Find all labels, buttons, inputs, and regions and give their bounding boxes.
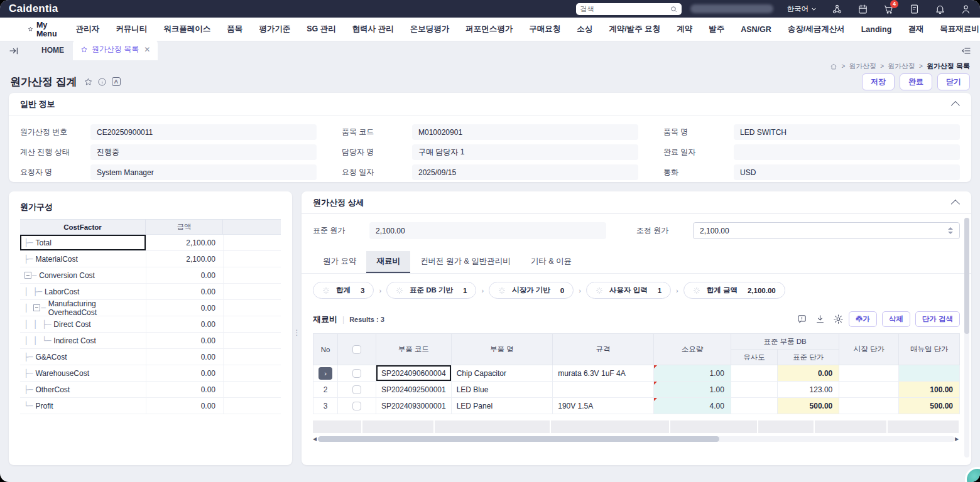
manager-name-field[interactable]: 구매 담당자 1 bbox=[412, 144, 638, 160]
menu-item[interactable]: 계약/발주 요청 bbox=[609, 24, 660, 35]
market-price-cell[interactable] bbox=[839, 398, 899, 414]
cost-tree-row[interactable]: MaterialCost 2,100.00 bbox=[20, 251, 281, 267]
gear-icon[interactable] bbox=[833, 314, 844, 324]
bell-icon[interactable] bbox=[935, 4, 945, 14]
menu-item[interactable]: 소싱 bbox=[577, 24, 592, 35]
tab-close-icon[interactable]: ✕ bbox=[144, 45, 150, 54]
item-name-field[interactable]: LED SWITCH bbox=[734, 124, 960, 140]
menu-item[interactable]: 목표재료비 bbox=[940, 24, 979, 35]
tab-active[interactable]: 원가산정 목록 ✕ bbox=[73, 39, 158, 60]
similarity-cell[interactable] bbox=[731, 382, 777, 398]
col-header-std-db-group[interactable]: 표준 부품 DB bbox=[731, 334, 839, 350]
spec-cell[interactable]: murata 6.3V 1uF 4A bbox=[553, 365, 654, 382]
delete-row-button[interactable]: 삭제 bbox=[882, 311, 910, 327]
menu-item[interactable]: SG 관리 bbox=[307, 24, 336, 35]
language-selector[interactable]: 한국어 bbox=[787, 4, 817, 14]
col-header-manual-price[interactable]: 매뉴얼 단가 bbox=[899, 334, 960, 365]
col-header-checkbox[interactable] bbox=[338, 334, 376, 365]
complete-button[interactable]: 완료 bbox=[900, 73, 932, 90]
menu-item[interactable]: 송장/세금계산서 bbox=[788, 24, 845, 35]
tab-cost-summary[interactable]: 원가 요약 bbox=[313, 251, 366, 273]
pill-std-db[interactable]: 표준 DB 기반 1 bbox=[386, 282, 476, 299]
spec-cell[interactable]: 190V 1.5A bbox=[553, 398, 654, 414]
scrollbar-thumb[interactable] bbox=[964, 218, 969, 334]
scroll-left-arrow[interactable]: ◀ bbox=[313, 436, 318, 442]
cart-icon[interactable]: 4 bbox=[883, 4, 894, 14]
favorite-star-icon[interactable] bbox=[84, 77, 94, 87]
std-price-cell[interactable]: 123.00 bbox=[777, 382, 839, 398]
note-icon[interactable] bbox=[909, 4, 920, 14]
col-header-no[interactable]: No bbox=[313, 334, 338, 365]
menu-item[interactable]: 계약 bbox=[677, 24, 692, 35]
qty-cell[interactable]: 4.00 bbox=[653, 398, 731, 414]
cost-tree-row[interactable]: Profit 0.00 bbox=[20, 398, 281, 414]
tab-home[interactable]: HOME bbox=[33, 41, 73, 60]
home-icon[interactable] bbox=[830, 63, 837, 70]
cost-tree-row[interactable]: OtherCost 0.00 bbox=[20, 382, 281, 398]
part-name-cell[interactable]: Chip Capacitor bbox=[451, 365, 553, 382]
horizontal-scrollbar[interactable]: ◀ ▶ bbox=[313, 436, 960, 442]
menu-item[interactable]: 품목 bbox=[227, 24, 242, 35]
col-header-similarity[interactable]: 유사도 bbox=[731, 350, 777, 365]
cost-tree-row[interactable]: LaborCost 0.00 bbox=[20, 284, 281, 300]
cost-tree-row[interactable]: Indirect Cost 0.00 bbox=[20, 333, 281, 349]
breadcrumb-item[interactable]: 원가산정 bbox=[888, 62, 915, 71]
standard-cost-field[interactable]: 2,100.00 bbox=[369, 222, 606, 239]
qty-cell[interactable]: 1.00 bbox=[653, 365, 731, 382]
scroll-right-arrow[interactable]: ▶ bbox=[955, 436, 960, 442]
scrollbar-thumb[interactable] bbox=[318, 436, 719, 442]
row-expand-button[interactable]: › bbox=[318, 367, 332, 380]
tree-collapse-icon[interactable] bbox=[33, 304, 40, 311]
col-header-spec[interactable]: 규격 bbox=[553, 334, 654, 365]
col-header-std-price[interactable]: 표준 단가 bbox=[777, 350, 839, 365]
number-stepper[interactable] bbox=[948, 227, 953, 234]
brand-logo[interactable]: Caidentia bbox=[9, 3, 58, 15]
menu-item[interactable]: ASN/GR bbox=[741, 25, 771, 34]
row-checkbox[interactable] bbox=[352, 402, 361, 410]
scrollbar-track[interactable] bbox=[318, 436, 955, 442]
market-price-cell[interactable] bbox=[839, 382, 899, 398]
part-name-cell[interactable]: LED Panel bbox=[451, 398, 553, 414]
col-header-part-name[interactable]: 부품 명 bbox=[451, 334, 553, 365]
add-row-button[interactable]: 추가 bbox=[849, 311, 877, 327]
material-row[interactable]: 2 SP2024092500001 LED Blue 1.00 123.00 1… bbox=[313, 382, 960, 398]
close-button[interactable]: 닫기 bbox=[937, 73, 970, 90]
menu-item[interactable]: 퍼포먼스평가 bbox=[466, 24, 513, 35]
tab-conversion-cost[interactable]: 컨버전 원가 & 일반관리비 bbox=[410, 251, 521, 273]
similarity-cell[interactable] bbox=[731, 398, 777, 414]
col-header-market-price[interactable]: 시장 단가 bbox=[839, 334, 899, 365]
material-row[interactable]: › SP2024090600004 Chip Capacitor murata … bbox=[313, 365, 960, 382]
global-search[interactable] bbox=[576, 3, 682, 15]
complete-date-field[interactable] bbox=[734, 144, 960, 160]
spec-cell[interactable] bbox=[553, 382, 654, 398]
requester-name-field[interactable]: System Manager bbox=[90, 164, 317, 180]
menu-item[interactable]: 평가기준 bbox=[259, 24, 290, 35]
collapse-section-icon[interactable] bbox=[951, 200, 960, 208]
pill-user-input[interactable]: 사용자 입력 1 bbox=[586, 282, 671, 299]
expand-panel-icon[interactable] bbox=[9, 46, 19, 56]
pill-total-amount[interactable]: 합계 금액 2,100.00 bbox=[683, 282, 785, 299]
collapse-tabs-icon[interactable] bbox=[961, 46, 971, 56]
price-search-button[interactable]: 단가 검색 bbox=[915, 311, 960, 327]
menu-item[interactable]: 관리자 bbox=[76, 24, 100, 35]
save-button[interactable]: 저장 bbox=[862, 73, 895, 90]
user-icon[interactable] bbox=[961, 4, 971, 14]
comment-icon[interactable] bbox=[797, 314, 807, 324]
item-code-field[interactable]: M010020901 bbox=[412, 124, 638, 140]
std-price-cell[interactable]: 500.00 bbox=[777, 398, 839, 414]
my-menu[interactable]: My Menu bbox=[28, 21, 60, 38]
menu-item[interactable]: 결재 bbox=[908, 24, 923, 35]
manual-price-cell[interactable]: 100.00 bbox=[899, 382, 960, 398]
info-icon[interactable] bbox=[97, 77, 107, 87]
col-header-qty[interactable]: 소요량 bbox=[653, 334, 731, 365]
memo-icon[interactable]: A bbox=[111, 77, 121, 87]
market-price-cell[interactable] bbox=[839, 365, 899, 382]
column-header-amount[interactable]: 금액 bbox=[146, 220, 223, 234]
vertical-scrollbar[interactable] bbox=[964, 218, 969, 458]
cost-tree-row[interactable]: G&ACost 0.00 bbox=[20, 349, 281, 365]
part-code-cell[interactable]: SP2024090600004 bbox=[376, 365, 451, 382]
std-price-cell[interactable]: 0.00 bbox=[777, 365, 839, 382]
tab-material-cost[interactable]: 재료비 bbox=[366, 251, 410, 273]
col-header-part-code[interactable]: 부품 코드 bbox=[376, 334, 451, 365]
cost-tree-row[interactable]: Direct Cost 0.00 bbox=[20, 316, 281, 333]
